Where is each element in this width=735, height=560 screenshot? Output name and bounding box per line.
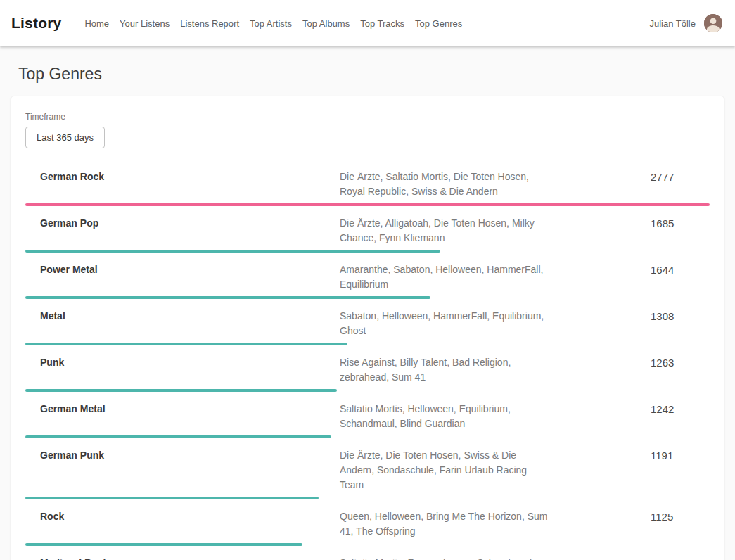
genre-bar-track xyxy=(25,543,710,546)
genre-count: 1123 xyxy=(651,556,710,560)
genre-count: 1263 xyxy=(651,355,710,370)
page-title: Top Genres xyxy=(18,65,735,84)
genre-artists: Die Ärzte, Die Toten Hosen, Swiss & Die … xyxy=(340,448,551,492)
genre-name: German Pop xyxy=(25,216,340,231)
genre-row-content: Medieval Rock Saltatio Mortis, Feuerschw… xyxy=(25,550,710,560)
genre-row: Rock Queen, Helloween, Bring Me The Hori… xyxy=(25,504,710,546)
genre-name: Medieval Rock xyxy=(25,556,340,560)
genre-count: 1191 xyxy=(651,448,710,463)
genre-row: German Metal Saltatio Mortis, Helloween,… xyxy=(25,396,710,438)
genre-name: German Metal xyxy=(25,402,340,416)
genre-row-content: German Metal Saltatio Mortis, Helloween,… xyxy=(25,396,710,431)
genre-name: Metal xyxy=(25,309,340,324)
genres-table: German Rock Die Ärzte, Saltatio Mortis, … xyxy=(25,164,710,560)
genre-bar-track xyxy=(25,343,710,345)
user-name: Julian Tölle xyxy=(649,18,696,29)
main-nav: Home Your Listens Listens Report Top Art… xyxy=(84,18,462,29)
genre-row: Power Metal Amaranthe, Sabaton, Hellowee… xyxy=(25,257,710,299)
genre-count: 1685 xyxy=(651,216,710,231)
genre-count: 1644 xyxy=(651,262,710,277)
genre-artists: Queen, Helloween, Bring Me The Horizon, … xyxy=(340,509,551,539)
genre-bar-track xyxy=(25,296,710,299)
genre-count: 1242 xyxy=(651,402,710,416)
genre-bar xyxy=(25,543,302,546)
genre-bar-track xyxy=(25,389,710,392)
genre-bar-track xyxy=(25,497,710,499)
genre-row-content: Power Metal Amaranthe, Sabaton, Hellowee… xyxy=(25,257,710,292)
genre-row: Punk Rise Against, Billy Talent, Bad Rel… xyxy=(25,350,710,392)
nav-item-home[interactable]: Home xyxy=(84,18,109,29)
genre-bar-track xyxy=(25,435,710,438)
app-header: Listory Home Your Listens Listens Report… xyxy=(0,0,735,46)
genres-card: Timeframe Last 365 days German Rock Die … xyxy=(11,96,724,560)
nav-item-listens-report[interactable]: Listens Report xyxy=(180,18,239,29)
genre-count: 2777 xyxy=(651,170,710,184)
nav-item-top-tracks[interactable]: Top Tracks xyxy=(360,18,404,29)
genre-count: 1308 xyxy=(651,309,710,324)
genre-bar xyxy=(25,497,319,499)
genre-name: Power Metal xyxy=(25,262,340,277)
genre-row-content: Punk Rise Against, Billy Talent, Bad Rel… xyxy=(25,350,710,385)
genre-name: German Rock xyxy=(25,170,340,184)
app-logo[interactable]: Listory xyxy=(11,15,61,32)
genre-name: Punk xyxy=(25,355,340,370)
nav-item-top-albums[interactable]: Top Albums xyxy=(302,18,350,29)
genre-bar xyxy=(25,203,710,206)
genre-row: German Punk Die Ärzte, Die Toten Hosen, … xyxy=(25,443,710,499)
genre-count: 1125 xyxy=(651,509,710,524)
nav-item-top-genres[interactable]: Top Genres xyxy=(415,18,462,29)
genre-bar xyxy=(25,296,430,299)
genre-row: German Pop Die Ärzte, Alligatoah, Die To… xyxy=(25,210,710,253)
user-avatar-icon xyxy=(704,14,722,32)
genre-row-content: German Rock Die Ärzte, Saltatio Mortis, … xyxy=(25,164,710,199)
genre-name: German Punk xyxy=(25,448,340,463)
genre-row-content: German Punk Die Ärzte, Die Toten Hosen, … xyxy=(25,443,710,492)
genre-row-content: Metal Sabaton, Helloween, HammerFall, Eq… xyxy=(25,303,710,338)
genre-bar-track xyxy=(25,203,710,206)
genre-bar xyxy=(25,343,347,345)
genre-bar xyxy=(25,250,440,253)
user-menu[interactable]: Julian Tölle xyxy=(649,14,722,32)
genre-artists: Sabaton, Helloween, HammerFall, Equilibr… xyxy=(340,309,551,338)
genre-artists: Die Ärzte, Alligatoah, Die Toten Hosen, … xyxy=(340,216,551,246)
genre-row: Medieval Rock Saltatio Mortis, Feuerschw… xyxy=(25,550,710,560)
nav-item-top-artists[interactable]: Top Artists xyxy=(250,18,292,29)
genre-artists: Amaranthe, Sabaton, Helloween, HammerFal… xyxy=(340,262,551,292)
genre-row: German Rock Die Ärzte, Saltatio Mortis, … xyxy=(25,164,710,206)
genre-artists: Saltatio Mortis, Feuerschwanz, Schandmau… xyxy=(340,556,551,560)
genre-name: Rock xyxy=(25,509,340,524)
timeframe-select[interactable]: Last 365 days xyxy=(25,127,105,148)
genre-artists: Saltatio Mortis, Helloween, Equilibrium,… xyxy=(340,402,551,431)
genre-row-content: German Pop Die Ärzte, Alligatoah, Die To… xyxy=(25,210,710,246)
genre-row: Metal Sabaton, Helloween, HammerFall, Eq… xyxy=(25,303,710,345)
genre-row-content: Rock Queen, Helloween, Bring Me The Hori… xyxy=(25,504,710,539)
timeframe-label: Timeframe xyxy=(25,112,710,122)
genre-artists: Die Ärzte, Saltatio Mortis, Die Toten Ho… xyxy=(340,170,551,199)
genre-bar xyxy=(25,389,337,392)
genre-bar-track xyxy=(25,250,710,253)
nav-item-your-listens[interactable]: Your Listens xyxy=(120,18,170,29)
genre-artists: Rise Against, Billy Talent, Bad Religion… xyxy=(340,355,551,385)
genre-bar xyxy=(25,435,331,438)
